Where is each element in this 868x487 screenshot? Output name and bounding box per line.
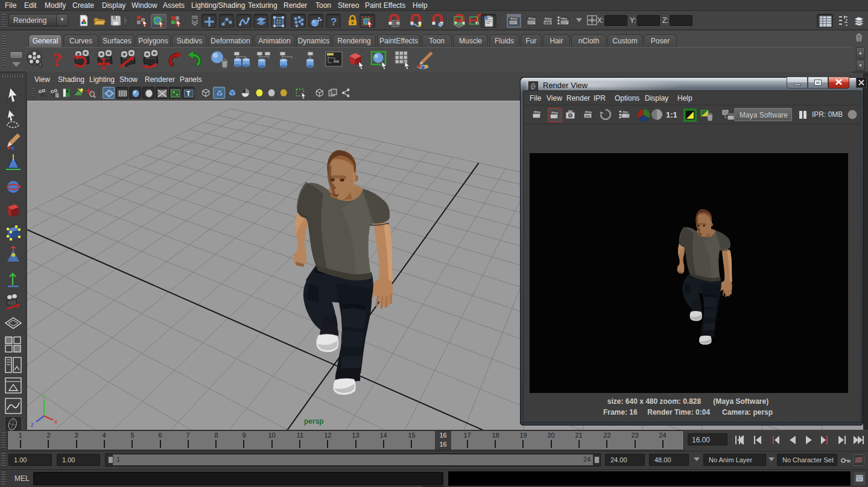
svg-text:?: ? xyxy=(331,16,337,28)
svg-text:z: z xyxy=(31,421,34,428)
svg-text:x: x xyxy=(54,418,57,425)
svg-text:IPR: IPR xyxy=(545,21,551,25)
svg-text:?: ? xyxy=(52,49,62,71)
svg-text:y: y xyxy=(42,393,45,400)
svg-text:IPR: IPR xyxy=(585,115,591,118)
svg-text:T: T xyxy=(186,90,191,98)
svg-text:persp: persp xyxy=(304,417,324,426)
